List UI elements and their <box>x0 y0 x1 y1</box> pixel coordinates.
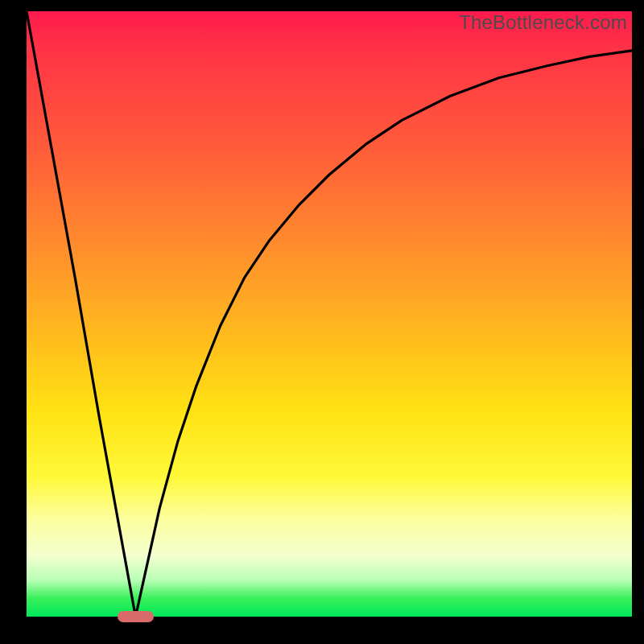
curve-path <box>27 11 632 617</box>
optimal-marker <box>118 611 154 622</box>
plot-area: TheBottleneck.com <box>27 11 632 617</box>
chart-frame: TheBottleneck.com <box>0 0 644 644</box>
bottleneck-curve <box>27 11 632 617</box>
